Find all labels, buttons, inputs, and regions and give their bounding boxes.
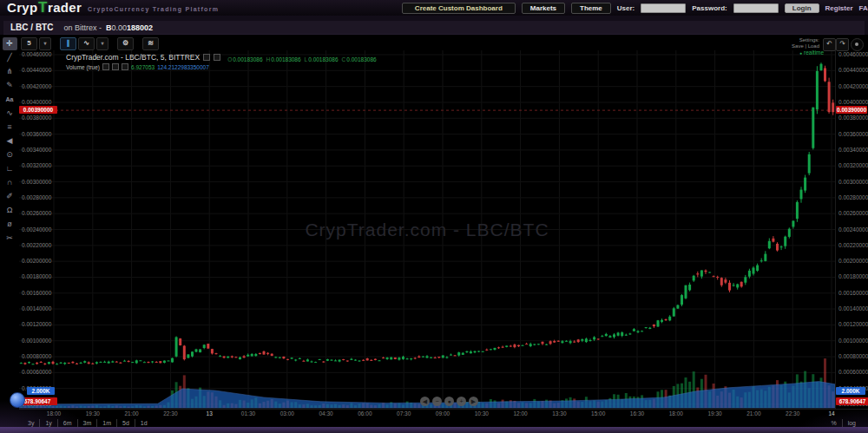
time-tick-label: 19:30 [707,410,721,417]
save-load-links[interactable]: Save | Load [792,43,819,49]
range-6m-button[interactable]: 6m [58,419,78,427]
time-tick-label: 22:30 [786,410,799,417]
markets-button[interactable]: Markets [522,3,565,14]
price-tick-label: 0.00360000 [838,131,868,137]
tool-zoom-icon[interactable]: ⊙ [3,148,17,161]
time-tick-label: 18:00 [47,410,61,417]
indicators-icon[interactable]: ≋ [142,37,159,50]
price-tick-label: 0.00060000 [838,369,868,375]
tool-fib-retracement-icon[interactable]: ≡ [3,121,17,134]
chart-style-button[interactable]: ∿ [78,37,95,50]
time-tick-label: 04:30 [319,410,332,417]
price-tick-label: 0.00180000 [838,273,868,279]
range-3y-button[interactable]: 3y [23,419,40,427]
price-tick-label: 0.00200000 [22,258,51,264]
price-tick-label: 0.00160000 [838,290,868,296]
price-tick-label: 0.00180000 [22,273,51,279]
range-1m-button[interactable]: 1m [97,419,117,427]
price-tick-label: 0.00060000 [22,369,51,375]
tool-pitchfork-icon[interactable]: ⋔ [3,65,17,78]
volume-settings-icon[interactable] [112,63,119,70]
time-tick-label: 16:30 [630,410,644,417]
create-custom-dashboard-button[interactable]: Create Custom Dashboard [402,3,516,14]
price-tick-label: 0.00320000 [22,162,51,168]
register-link[interactable]: Register [825,4,853,12]
price-tick-label: 0.00420000 [22,83,51,89]
time-tick-label: 15:00 [591,410,605,417]
tool-hide-drawings-icon[interactable]: ø [3,218,17,231]
volume-collapse-icon[interactable] [102,63,109,70]
interval-button[interactable]: 5 [21,37,37,50]
chart-settings-gear-icon[interactable]: ⚙ [117,37,134,50]
realtime-dot: ● [799,50,802,56]
interval-dropdown-icon[interactable]: ▾ [39,37,51,50]
theme-button[interactable]: Theme [571,3,611,14]
price-tick-label: 0.00220000 [22,242,51,248]
price-tick-label: 0.00220000 [838,242,868,248]
undo-button[interactable]: ↶ [823,38,836,51]
user-label: User: [617,4,635,12]
zoom-out-button[interactable]: − [432,397,442,406]
ohlc-value: 0.00183086 [346,56,376,62]
redo-button[interactable]: ↷ [836,38,849,51]
tool-arrow-icon[interactable]: ◀ [3,134,17,148]
logo-text-post: rader [48,0,82,15]
tool-remove-drawings-icon[interactable]: ✂ [3,232,17,245]
price-tick-label: 0.00260000 [22,210,51,216]
price-tick-label: 0.00280000 [838,194,868,200]
legend-close-icon[interactable] [214,54,220,61]
chart-style-dropdown-icon[interactable]: ▾ [96,37,108,50]
feedback-widget-button[interactable] [10,392,25,408]
camera-icon[interactable] [851,38,864,51]
price-main: 0.00 [111,23,127,32]
price-tick-label: 0.00380000 [22,115,51,121]
last-price-tag: 0.00390000 [836,106,867,114]
tool-measure-icon[interactable]: ∟ [3,162,17,175]
zoom-in-button[interactable]: + [457,397,466,406]
tool-drawing-mode-icon[interactable]: ✐ [3,190,17,203]
chart-legend-title[interactable]: CrypTrader.com - LBC/BTC, 5, BITTREX [66,53,200,62]
scale-%-button[interactable]: % [825,419,842,427]
tool-xabcd-pattern-icon[interactable]: ∿ [3,107,17,120]
logo[interactable]: CrypTrader [7,0,82,16]
ohlc-key: C [342,56,346,62]
tool-brush-icon[interactable]: ✎ [3,79,17,92]
user-input[interactable] [641,3,686,13]
candlestick-style-button[interactable]: ∥ [60,37,76,50]
time-tick-label: 13 [207,410,213,417]
price-tick-label: 0.00460000 [22,51,51,57]
time-tick-label: 07:30 [397,410,411,417]
login-button[interactable]: Login [785,3,819,13]
password-input[interactable] [733,3,779,13]
pair-label[interactable]: LBC / BTC [10,23,53,32]
range-1y-button[interactable]: 1y [40,419,57,427]
price-tick-label: 0.00120000 [838,321,868,327]
tool-text-icon[interactable]: Aa [3,93,17,106]
tool-crosshair-icon[interactable]: ✛ [3,37,17,50]
volume-close-icon[interactable] [122,63,128,70]
time-tick-label: 12:00 [513,410,527,417]
reset-view-button[interactable]: ● [444,397,454,406]
pan-left-button[interactable]: ◀ [420,397,430,406]
price-tick-label: 0.00140000 [838,305,868,312]
tool-magnet-icon[interactable]: ∩ [3,176,17,189]
range-1d-button[interactable]: 1d [135,419,153,427]
price-tick-label: 0.00420000 [838,83,868,89]
tool-lock-icon[interactable]: Ω [3,204,17,217]
tool-trend-line-icon[interactable]: ╱ [3,51,17,64]
legend-settings-icon[interactable] [203,54,210,61]
time-tick-label: 10:30 [475,410,489,417]
ohlc-value: 0.00183086 [233,56,262,62]
volume-indicator-label[interactable]: Volume (true) [66,64,100,70]
pan-right-button[interactable]: ▶ [469,397,478,406]
price-tick-label: 0.00160000 [22,290,51,296]
scale-log-button[interactable]: log [843,419,861,427]
range-5d-button[interactable]: 5d [117,419,135,427]
price-tick-label: 0.00360000 [22,131,51,137]
faq-link[interactable]: FAQ [859,4,868,12]
time-tick-label: 21:00 [746,410,760,417]
time-tick-label: 01:30 [241,410,255,417]
price-tick-label: 0.00100000 [838,338,868,344]
range-3m-button[interactable]: 3m [78,419,98,427]
time-tick-label: 09:00 [436,410,450,417]
